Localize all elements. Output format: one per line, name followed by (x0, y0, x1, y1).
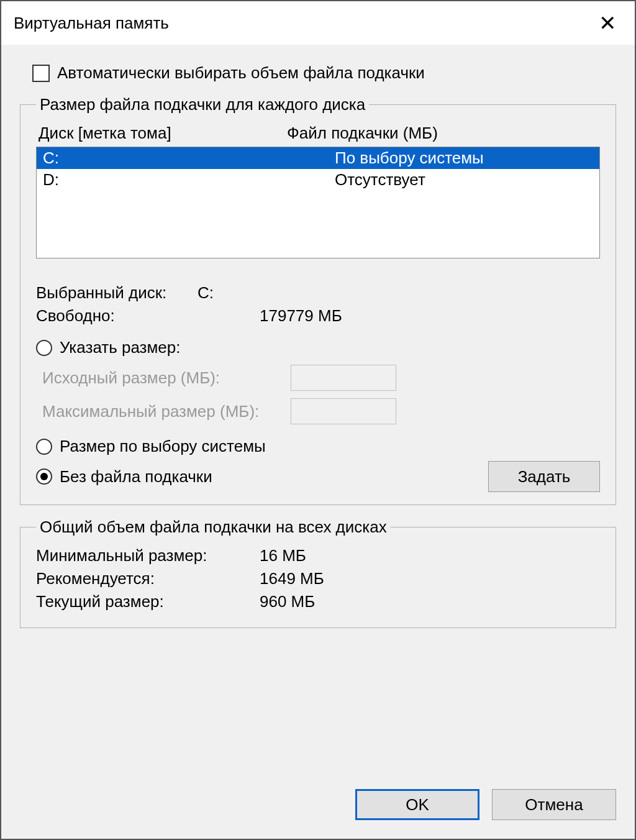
per-drive-group: Размер файла подкачки для каждого диска … (20, 95, 616, 505)
content-area: Автоматически выбирать объем файла подка… (1, 45, 635, 770)
selection-info: Выбранный диск: C: Свободно: 179779 МБ (36, 283, 600, 326)
close-icon[interactable]: ✕ (593, 11, 622, 35)
radio-icon[interactable] (36, 340, 52, 356)
auto-manage-label: Автоматически выбирать объем файла подка… (57, 63, 425, 83)
drive-value-cell: По выбору системы (335, 148, 593, 168)
file-col-header: Файл подкачки (МБ) (287, 124, 597, 143)
min-size-label: Минимальный размер: (36, 546, 260, 565)
drive-list[interactable]: C: По выбору системы D: Отсутствует (36, 147, 600, 258)
ok-button[interactable]: OK (355, 789, 479, 820)
recommended-label: Рекомендуется: (36, 569, 260, 588)
drive-value-cell: Отсутствует (335, 170, 593, 189)
initial-size-input (291, 365, 396, 391)
selected-drive-value: C: (198, 283, 600, 303)
drive-row-d[interactable]: D: Отсутствует (37, 169, 599, 191)
totals-group: Общий объем файла подкачки на всех диска… (20, 518, 616, 628)
min-size-value: 16 МБ (260, 546, 600, 565)
radio-custom-size[interactable]: Указать размер: (36, 338, 600, 357)
drive-cell: C: (43, 148, 335, 168)
custom-size-block: Указать размер: Исходный размер (МБ): Ма… (36, 338, 600, 424)
per-drive-legend: Размер файла подкачки для каждого диска (36, 95, 369, 114)
drive-cell: D: (43, 170, 335, 189)
titlebar: Виртуальная память ✕ (1, 1, 635, 45)
drive-row-c[interactable]: C: По выбору системы (37, 147, 599, 169)
cancel-button[interactable]: Отмена (492, 789, 616, 820)
auto-manage-checkbox[interactable] (32, 65, 50, 82)
current-size-value: 960 МБ (260, 592, 600, 611)
dialog-buttons: OK Отмена (1, 770, 635, 839)
radio-custom-label: Указать размер: (60, 338, 181, 357)
max-size-input (291, 398, 396, 424)
recommended-value: 1649 МБ (260, 569, 600, 588)
max-size-label: Максимальный размер (МБ): (42, 402, 291, 421)
radio-system-label: Размер по выбору системы (60, 437, 266, 456)
drive-col-header: Диск [метка тома] (39, 124, 287, 143)
radio-none-label: Без файла подкачки (60, 467, 212, 486)
radio-no-paging-file[interactable]: Без файла подкачки (36, 467, 212, 486)
totals-legend: Общий объем файла подкачки на всех диска… (36, 518, 391, 537)
virtual-memory-dialog: Виртуальная память ✕ Автоматически выбир… (0, 0, 636, 840)
initial-size-label: Исходный размер (МБ): (42, 368, 291, 388)
free-space-label: Свободно: (36, 306, 260, 326)
free-space-value: 179779 МБ (260, 306, 600, 326)
window-title: Виртуальная память (14, 14, 169, 33)
auto-manage-checkbox-row[interactable]: Автоматически выбирать объем файла подка… (20, 63, 616, 83)
drive-list-header: Диск [метка тома] Файл подкачки (МБ) (36, 124, 600, 143)
radio-icon[interactable] (36, 468, 52, 485)
set-button[interactable]: Задать (488, 461, 600, 492)
current-size-label: Текущий размер: (36, 592, 260, 611)
radio-system-managed[interactable]: Размер по выбору системы (36, 437, 600, 456)
radio-icon[interactable] (36, 439, 52, 455)
selected-drive-label: Выбранный диск: (36, 283, 198, 303)
